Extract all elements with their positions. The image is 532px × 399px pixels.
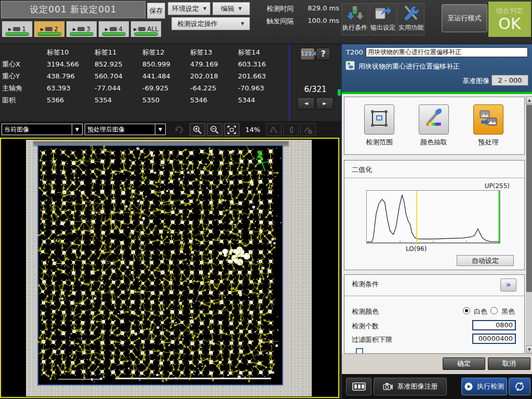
tools-icon [402, 4, 420, 22]
tools-button[interactable]: 实用功能 [397, 3, 424, 35]
run-mode-button[interactable]: 至运行模式 [442, 4, 487, 32]
help-button[interactable]: ? [316, 48, 330, 60]
measurement-table: 标签10标签11标签12标签13标签14重心X3194.566852.92585… [2, 46, 286, 106]
curve-settings-button[interactable] [300, 123, 316, 136]
detect-time-unit: ms [329, 4, 339, 12]
scene-tab-2[interactable]: ▶2 [34, 21, 65, 37]
pager-next-button[interactable]: ► [316, 97, 334, 110]
chevron-down-icon: ▼ [203, 6, 206, 11]
camera-chip-icon [138, 27, 145, 31]
chevron-down-icon: ▼ [238, 6, 242, 11]
scroll-down-button[interactable]: ▼ [526, 345, 532, 354]
scene-tab-4[interactable]: ▶4 [98, 21, 129, 37]
auto-set-button[interactable]: 自动设定 [457, 255, 514, 266]
partial-checkbox[interactable] [356, 348, 363, 354]
film-strip-icon [352, 382, 366, 391]
preprocess-tool-button[interactable] [473, 104, 503, 135]
row-label: 面积 [2, 94, 47, 106]
status-green-line [342, 92, 532, 94]
ref-image-register-button[interactable]: 基准图像注册 [374, 378, 447, 395]
environment-settings-menu[interactable]: 环境设定 ▼ [168, 2, 210, 15]
cycle-icon [514, 381, 525, 392]
unit-type-icon [345, 61, 355, 70]
unit-name-input[interactable]: 用块状物的重心进行位置偏移补正 [366, 47, 528, 57]
ref-image-label: 基准图像 [462, 76, 489, 86]
histogram-frame [366, 190, 500, 244]
scene-tab-3[interactable]: ▶3 [66, 21, 97, 37]
edit-menu[interactable]: 编辑 ▼ [212, 2, 250, 15]
tab-status-bar [5, 32, 29, 36]
image-source-value: 当前图像 [2, 125, 72, 134]
dropper-tool-button[interactable] [419, 104, 449, 135]
zoom-out-button[interactable] [207, 123, 222, 136]
binarization-box: 二值化 UP(255) LO(96) 自动设定 [344, 160, 525, 270]
detect-settings-ops-label: 检测设定操作 [177, 19, 218, 29]
unit-description: 用块状物的重心进行位置偏移补正 [358, 62, 460, 71]
cancel-button[interactable]: 取消 [488, 357, 530, 370]
detect-time-label: 检测时间 [267, 4, 294, 14]
zoom-in-button[interactable] [190, 123, 205, 136]
program-title: 设定001 新设定001 [1, 1, 145, 18]
play-icon: ▶ [134, 27, 137, 32]
tab-status-bar [37, 32, 61, 36]
camera-chip-icon [77, 27, 85, 31]
expand-conditions-button[interactable]: » [500, 278, 516, 291]
image-source-select[interactable]: 当前图像 ▼ [2, 124, 83, 135]
chevron-down-icon: ▼ [241, 21, 244, 26]
white-radio[interactable] [463, 307, 470, 314]
chip-with-detection-markers [37, 145, 283, 385]
save-button[interactable]: 保存 [147, 3, 165, 19]
tab-label: 4 [118, 25, 123, 33]
vision-system-app: 设定001 新设定001 保存 环境设定 ▼ 编辑 ▼ 检测设定操作 ▼ 检测时… [0, 0, 532, 399]
pager-count: 6/321 [290, 85, 341, 94]
conditions-title: 检测条件 [352, 280, 379, 289]
overall-judge-panel: 综合判定 OK [488, 2, 531, 37]
profile-view-button[interactable] [283, 123, 299, 136]
table-cell: 560.704 [95, 70, 142, 82]
flow-button[interactable]: 执行条件 [341, 3, 368, 35]
range-tool-button[interactable] [364, 104, 394, 135]
detect-count-input[interactable]: 0800 [472, 320, 516, 330]
scroll-thumb[interactable] [526, 105, 532, 292]
export-button[interactable]: 输出设定 [369, 3, 396, 35]
camera-chip-icon [45, 27, 52, 31]
camera-chip-icon [13, 27, 20, 31]
environment-settings-label: 环境设定 [172, 4, 199, 14]
action-bar: 基准图像注册 执行检测 [342, 374, 532, 399]
black-radio[interactable] [490, 307, 498, 314]
film-strip-button[interactable] [346, 378, 371, 395]
dropdown-arrow-icon: ▼ [72, 124, 82, 135]
numeric-display-button[interactable]: 123.4 [300, 48, 315, 60]
table-cell: 603.316 [238, 58, 286, 70]
camera-image-viewport[interactable] [0, 138, 339, 398]
detect-color-label: 检测颜色 [352, 307, 379, 316]
column-header: 标签12 [142, 46, 190, 58]
ok-button[interactable]: 确定 [443, 357, 485, 370]
scroll-up-button[interactable]: ▲ [526, 96, 532, 104]
unit-settings-panel: T200 用块状物的重心进行位置偏移补正 用块状物的重心进行位置偏移补正 基准图… [341, 44, 532, 399]
row-label: 重心X [2, 58, 47, 70]
panel-scrollbar[interactable]: ▲ ▼ [526, 96, 532, 355]
retry-cycle-button[interactable] [509, 378, 530, 395]
fit-screen-button[interactable] [224, 123, 240, 136]
edit-menu-label: 编辑 [221, 4, 234, 14]
divider [344, 178, 524, 178]
refresh-image-button[interactable] [171, 123, 187, 136]
scene-tab-1[interactable]: ▶1 [2, 21, 33, 37]
scene-tab-all[interactable]: ▶ALL [130, 21, 162, 37]
filter-area-input[interactable]: 00000400 [472, 334, 516, 344]
tool-label: 颜色抽取 [403, 138, 465, 147]
image-view-value: 预处理后图像 [85, 125, 155, 134]
export-icon [374, 4, 392, 22]
table-cell: 5346 [190, 94, 238, 106]
column-header: 标签10 [47, 46, 95, 58]
pager-prev-button[interactable]: ◄ [297, 97, 315, 110]
histogram-view-button[interactable] [266, 123, 282, 136]
column-header: 标签11 [95, 46, 142, 58]
detect-settings-ops-menu[interactable]: 检测设定操作 ▼ [171, 17, 250, 30]
run-detection-button[interactable]: 执行检测 [461, 378, 507, 395]
tool-selection-box: 检测范围颜色抽取预处理 [344, 97, 525, 155]
image-view-select[interactable]: 预处理后图像 ▼ [85, 124, 166, 135]
row-label: 主轴角 [2, 82, 47, 94]
ref-image-value[interactable]: 2 - 000 [491, 75, 528, 86]
